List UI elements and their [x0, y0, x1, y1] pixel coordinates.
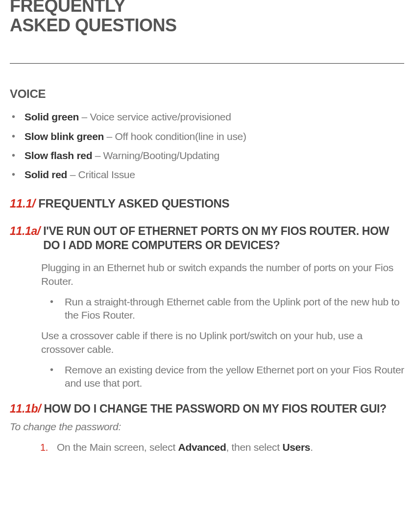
faq-section-title: FREQUENTLY ASKED QUESTIONS [35, 197, 229, 210]
step-text-pre: On the Main screen, select [57, 441, 178, 453]
voice-label: Solid red [24, 169, 67, 180]
faq-question-11-1b: 11.1b/ HOW DO I CHANGE THE PASSWORD ON M… [10, 402, 404, 454]
voice-item-solid-green: Solid green – Voice service active/provi… [10, 110, 404, 124]
voice-item-solid-red: Solid red – Critical Issue [10, 167, 404, 182]
faq-q1-bullet-1: Run a straight-through Ethernet cable fr… [41, 295, 404, 322]
faq-q2-lead: To change the password: [10, 421, 404, 433]
faq-q1-bullets-1: Run a straight-through Ethernet cable fr… [41, 295, 404, 322]
step-bold-1: Advanced [178, 441, 226, 453]
step-bold-2: Users [282, 441, 310, 453]
voice-desc: – Warning/Booting/Updating [92, 150, 219, 161]
voice-desc: – Off hook condition(line in use) [104, 131, 246, 142]
voice-item-slow-blink-green: Slow blink green – Off hook condition(li… [10, 129, 404, 143]
faq-q1-number: 11.1a/ [10, 224, 40, 238]
voice-label: Slow flash red [24, 150, 92, 161]
faq-q2-text: HOW DO I CHANGE THE PASSWORD ON MY FIOS … [44, 402, 386, 416]
step-text-mid: , then select [226, 441, 283, 453]
voice-label: Slow blink green [24, 131, 104, 142]
page-title: FREQUENTLY ASKED QUESTIONS [10, 0, 404, 35]
faq-q1-text: I'VE RUN OUT OF ETHERNET PORTS ON MY FIO… [43, 224, 404, 253]
step-text-end: . [310, 441, 313, 453]
voice-label: Solid green [24, 111, 79, 122]
voice-heading: VOICE [10, 87, 404, 101]
faq-q1-heading: 11.1a/ I'VE RUN OUT OF ETHERNET PORTS ON… [10, 224, 404, 253]
voice-status-list: Solid green – Voice service active/provi… [10, 110, 404, 182]
faq-section-heading: 11.1/ FREQUENTLY ASKED QUESTIONS [10, 197, 404, 210]
faq-q1-bullets-2: Remove an existing device from the yello… [41, 363, 404, 390]
voice-desc: – Critical Issue [67, 169, 135, 180]
faq-q1-bullet-2: Remove an existing device from the yello… [41, 363, 404, 390]
faq-q2-steps: 1. On the Main screen, select Advanced, … [10, 440, 404, 454]
faq-q2-step-1: 1. On the Main screen, select Advanced, … [40, 440, 404, 454]
faq-section-number: 11.1/ [10, 197, 35, 210]
faq-q1-p2: Use a crossover cable if there is no Upl… [41, 329, 404, 356]
faq-q2-number: 11.1b/ [10, 402, 41, 416]
title-line-2: ASKED QUESTIONS [10, 15, 177, 35]
faq-q2-heading: 11.1b/ HOW DO I CHANGE THE PASSWORD ON M… [10, 402, 404, 416]
faq-q1-p1: Plugging in an Ethernet hub or switch ex… [41, 261, 404, 288]
voice-item-slow-flash-red: Slow flash red – Warning/Booting/Updatin… [10, 148, 404, 162]
faq-question-11-1a: 11.1a/ I'VE RUN OUT OF ETHERNET PORTS ON… [10, 224, 404, 390]
step-number: 1. [40, 441, 48, 454]
title-line-1: FREQUENTLY [10, 0, 125, 16]
divider [10, 63, 404, 64]
faq-q1-body: Plugging in an Ethernet hub or switch ex… [10, 261, 404, 390]
voice-desc: – Voice service active/provisioned [79, 111, 231, 122]
